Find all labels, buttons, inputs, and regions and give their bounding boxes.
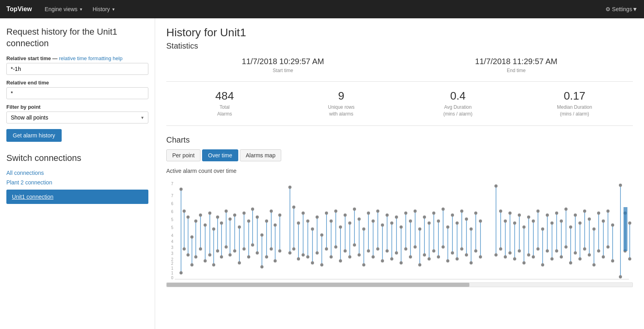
- svg-point-235: [527, 215, 530, 219]
- svg-point-128: [348, 255, 351, 258]
- svg-point-199: [460, 210, 463, 213]
- svg-text:2: 2: [171, 261, 173, 265]
- unit1-connection-link[interactable]: Unit1 connection: [6, 190, 148, 204]
- tab-per-point[interactable]: Per point: [166, 149, 200, 161]
- start-time-label: Start time: [166, 68, 400, 73]
- svg-point-106: [315, 215, 319, 219]
- svg-point-290: [611, 259, 614, 262]
- svg-point-164: [404, 247, 407, 251]
- svg-point-59: [238, 261, 241, 264]
- switch-connections-heading: Switch connections: [6, 153, 148, 163]
- unique-rows-block: 9 Unique rowswith alarms: [283, 90, 399, 118]
- svg-point-181: [432, 212, 436, 215]
- svg-point-211: [479, 219, 482, 223]
- svg-point-109: [320, 233, 323, 237]
- svg-point-182: [432, 249, 436, 253]
- svg-point-179: [428, 257, 431, 260]
- svg-point-184: [437, 219, 440, 223]
- svg-point-185: [437, 255, 440, 258]
- chart-container: 7 7 6 6 5 5 4 4 3 3 2 2 1 1 0: [166, 177, 633, 281]
- svg-point-268: [578, 221, 582, 225]
- svg-point-284: [602, 255, 605, 258]
- relative-start-label: Relative start time — relative time form…: [6, 55, 148, 61]
- svg-point-62: [243, 247, 246, 251]
- total-alarms-block: 484 TotalAlarms: [166, 90, 283, 118]
- relative-end-input[interactable]: [6, 87, 148, 99]
- settings-menu[interactable]: ⚙ Settings ▼: [605, 6, 638, 12]
- svg-point-143: [372, 255, 375, 258]
- svg-text:7: 7: [171, 181, 173, 186]
- svg-point-277: [592, 227, 595, 231]
- svg-point-80: [270, 247, 273, 251]
- svg-point-262: [569, 225, 572, 229]
- tab-over-time[interactable]: Over time: [202, 149, 238, 161]
- get-alarm-history-button[interactable]: Get alarm history: [6, 129, 62, 142]
- svg-point-146: [376, 247, 379, 251]
- svg-point-161: [400, 261, 403, 264]
- svg-point-125: [344, 249, 347, 253]
- svg-point-122: [339, 259, 342, 262]
- stats-heading: Statistics: [166, 41, 633, 51]
- chart-subtitle: Active alarm count over time: [166, 168, 633, 174]
- svg-point-85: [278, 213, 282, 217]
- svg-point-253: [555, 212, 558, 215]
- svg-point-170: [414, 245, 417, 249]
- svg-point-88: [288, 186, 292, 189]
- svg-point-259: [564, 208, 568, 211]
- svg-point-61: [243, 212, 246, 215]
- svg-point-289: [611, 223, 614, 227]
- svg-point-299: [628, 257, 631, 260]
- horizontal-scrollbar[interactable]: [166, 282, 633, 287]
- filter-select-wrapper: Show all points ▼: [6, 112, 148, 123]
- end-time-value: 11/7/2018 11:29:57 AM: [400, 57, 633, 66]
- filter-select[interactable]: Show all points: [6, 112, 148, 123]
- svg-point-121: [339, 225, 342, 229]
- svg-point-220: [504, 219, 507, 223]
- svg-point-53: [228, 253, 232, 257]
- svg-point-136: [362, 227, 366, 231]
- svg-point-124: [344, 213, 347, 217]
- svg-point-86: [278, 249, 282, 253]
- svg-point-74: [261, 265, 264, 268]
- svg-point-229: [518, 213, 521, 217]
- svg-point-271: [583, 210, 586, 213]
- chart-svg: 7 7 6 6 5 5 4 4 3 3 2 2 1 1 0: [166, 177, 633, 281]
- svg-point-275: [588, 253, 591, 257]
- svg-point-293: [619, 275, 622, 278]
- svg-point-226: [513, 221, 516, 225]
- avg-duration-block: 0.4 Avg Duration(mins / alarm): [400, 90, 516, 118]
- svg-point-19: [183, 210, 186, 213]
- svg-point-245: [541, 263, 544, 266]
- svg-point-251: [551, 257, 554, 260]
- total-alarms-value: 484: [166, 90, 283, 102]
- svg-point-158: [395, 251, 398, 255]
- relative-start-input[interactable]: [6, 63, 148, 75]
- svg-point-25: [191, 235, 194, 239]
- svg-point-29: [194, 255, 197, 258]
- tab-alarms-map[interactable]: Alarms map: [240, 149, 282, 161]
- all-connections-link[interactable]: All connections: [6, 168, 148, 178]
- stats-numbers: 484 TotalAlarms 9 Unique rowswith alarms…: [166, 90, 633, 126]
- svg-point-205: [469, 227, 473, 231]
- svg-point-247: [546, 213, 549, 217]
- svg-point-283: [602, 219, 605, 223]
- plant2-connection-link[interactable]: Plant 2 connection: [6, 178, 148, 187]
- svg-point-32: [199, 247, 202, 251]
- end-time-block: 11/7/2018 11:29:57 AM End time: [400, 57, 633, 73]
- svg-point-280: [597, 212, 600, 215]
- median-duration-value: 0.17: [516, 90, 633, 102]
- svg-point-139: [367, 212, 370, 215]
- svg-point-166: [409, 219, 412, 223]
- relative-time-help-link[interactable]: relative time formatting help: [59, 55, 123, 61]
- history-menu[interactable]: History ▼: [88, 0, 120, 18]
- engine-views-menu[interactable]: Engine views ▼: [40, 0, 88, 18]
- stats-times: 11/7/2018 10:29:57 AM Start time 11/7/20…: [166, 57, 633, 82]
- scrollbar-thumb[interactable]: [167, 283, 469, 287]
- svg-point-238: [532, 219, 535, 223]
- svg-point-55: [233, 213, 236, 217]
- svg-point-230: [518, 249, 521, 253]
- svg-point-281: [597, 249, 600, 253]
- svg-point-82: [274, 223, 277, 227]
- svg-point-43: [216, 215, 219, 219]
- engine-views-chevron-icon: ▼: [79, 7, 83, 12]
